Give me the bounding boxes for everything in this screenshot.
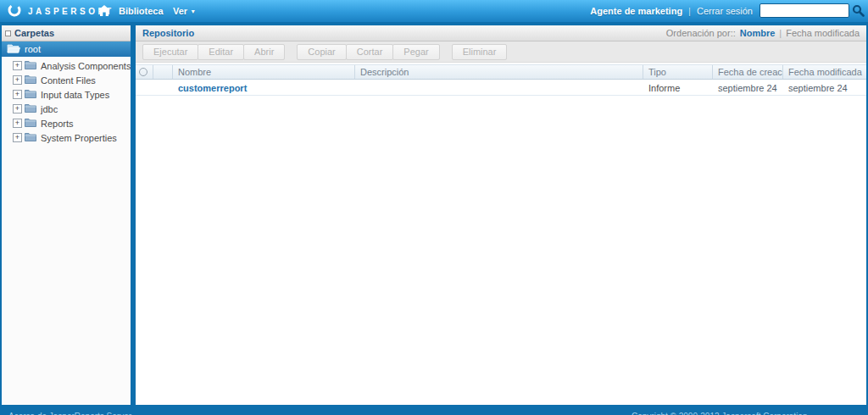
toolbar-group-clipboard: Copiar Cortar Pegar (297, 44, 439, 60)
folder-tree: + Analysis Components + Content Files + … (2, 57, 131, 145)
repository-panel: Repositorio Ordenación por:: Nombre | Fe… (136, 25, 866, 405)
panel-collapse-icon[interactable] (5, 30, 11, 36)
logout-link[interactable]: Cerrar sesión (697, 6, 753, 16)
row-description-cell (355, 80, 643, 95)
about-link[interactable]: Acerca de JasperReports Server (8, 412, 131, 415)
folder-item-label: Reports (41, 119, 74, 129)
status-footer: Acerca de JasperReports Server Copyright… (0, 405, 868, 415)
sort-option-fecha-modificada[interactable]: Fecha modificada (786, 28, 860, 38)
folder-icon (25, 75, 36, 86)
sort-option-nombre[interactable]: Nombre (740, 28, 776, 38)
folder-item-label: Analysis Components (41, 61, 131, 71)
folder-icon (25, 118, 36, 129)
column-header-fecha-creacion: Fecha de creación (713, 65, 783, 79)
current-user-label: Agente de marketing (590, 6, 682, 16)
repository-table-header: Nombre Descripción Tipo Fecha de creació… (136, 64, 866, 80)
folder-item-label: System Properties (41, 133, 117, 143)
nav-ver-label: Ver (173, 6, 187, 16)
folder-icon (25, 60, 36, 71)
folders-panel: Carpetas root + Analysis Components + Co… (2, 25, 131, 405)
ejecutar-button[interactable]: Ejecutar (142, 44, 198, 60)
folder-root-selected[interactable]: root (2, 42, 131, 57)
user-separator: | (688, 6, 691, 16)
toolbar-group-delete: Eliminar (452, 44, 508, 60)
column-header-descripcion: Descripción (355, 65, 643, 79)
expand-plus-icon[interactable]: + (13, 119, 22, 128)
home-icon[interactable] (98, 5, 110, 16)
abrir-button[interactable]: Abrir (243, 44, 285, 60)
scheduled-column-header (136, 65, 153, 79)
repository-toolbar: Ejecutar Editar Abrir Copiar Cortar Pega… (136, 42, 866, 63)
top-navigation-bar: JASPERSOFT Biblioteca Ver▼ Agente de mar… (0, 0, 868, 22)
editar-button[interactable]: Editar (198, 44, 244, 60)
folder-icon (25, 103, 36, 114)
chevron-down-icon: ▼ (190, 8, 196, 14)
sort-by-label: Ordenación por:: (666, 28, 736, 38)
expand-plus-icon[interactable]: + (13, 133, 22, 142)
folder-item-label: jdbc (41, 104, 58, 114)
folder-item-label: Input data Types (41, 90, 109, 100)
search-icon[interactable] (852, 4, 865, 17)
report-link-customerreport[interactable]: customerreport (173, 80, 355, 95)
folder-item-jdbc[interactable]: + jdbc (2, 102, 131, 116)
expand-plus-icon[interactable]: + (13, 75, 22, 85)
sort-separator: | (779, 28, 782, 38)
table-row-customerreport[interactable]: customerreport Informe septiembre 24 sep… (136, 80, 866, 96)
pegar-button[interactable]: Pegar (392, 44, 439, 60)
search-input[interactable] (760, 3, 849, 18)
column-header-fecha-modificada: Fecha modificada (783, 65, 866, 79)
expand-plus-icon[interactable]: + (13, 90, 22, 99)
repository-header: Repositorio Ordenación por:: Nombre | Fe… (136, 25, 866, 42)
folders-panel-header: Carpetas (2, 25, 131, 42)
column-header-nombre: Nombre (173, 65, 355, 79)
folder-item-content-files[interactable]: + Content Files (2, 73, 131, 87)
toolbar-group-run: Ejecutar Editar Abrir (142, 44, 285, 60)
folders-panel-title: Carpetas (14, 28, 54, 38)
nav-biblioteca[interactable]: Biblioteca (119, 6, 164, 16)
folder-item-system-properties[interactable]: + System Properties (2, 130, 131, 145)
folder-item-label: Content Files (41, 75, 96, 86)
row-selection-cell (153, 80, 173, 95)
expand-plus-icon[interactable]: + (13, 104, 22, 113)
row-scheduled-cell (136, 80, 153, 95)
nav-ver[interactable]: Ver▼ (173, 6, 196, 16)
expand-plus-icon[interactable]: + (13, 61, 22, 70)
user-area: Agente de marketing | Cerrar sesión (590, 6, 753, 16)
folder-root-label: root (25, 44, 41, 54)
column-header-tipo: Tipo (643, 65, 713, 79)
clock-icon (139, 68, 147, 76)
copyright-text: Copyright © 2000-2012 Jaspersoft Corpora… (632, 412, 808, 415)
eliminar-button[interactable]: Eliminar (452, 44, 508, 60)
row-modified-cell: septiembre 24 (783, 80, 866, 95)
row-type-cell: Informe (643, 80, 713, 95)
folder-icon (25, 89, 36, 100)
folder-icon (25, 132, 36, 143)
folder-item-input-data-types[interactable]: + Input data Types (2, 87, 131, 102)
cortar-button[interactable]: Cortar (346, 44, 394, 60)
page-title: Repositorio (142, 28, 194, 38)
folder-item-analysis-components[interactable]: + Analysis Components (2, 58, 131, 73)
row-created-cell: septiembre 24 (713, 80, 783, 95)
jaspersoft-swoosh-icon (7, 3, 22, 19)
open-folder-icon (7, 43, 20, 55)
selection-column-header (153, 65, 173, 79)
sort-controls: Ordenación por:: Nombre | Fecha modifica… (666, 28, 860, 38)
folder-item-reports[interactable]: + Reports (2, 116, 131, 130)
copiar-button[interactable]: Copiar (297, 44, 346, 60)
